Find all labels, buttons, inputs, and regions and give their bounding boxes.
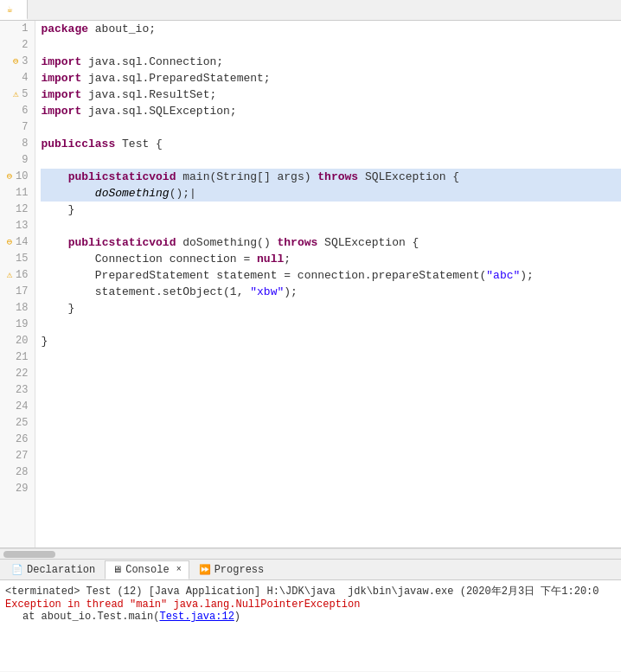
code-container: 12⊖34⚠56789⊖10111213⊖1415⚠16171819202122… bbox=[0, 21, 621, 547]
code-line: statement.setObject(1, "xbw"); bbox=[41, 284, 621, 300]
code-line bbox=[41, 481, 621, 497]
scroll-thumb[interactable] bbox=[3, 551, 55, 558]
bottom-tab-bar: 📄Declaration🖥Console×⏩Progress bbox=[0, 560, 621, 580]
line-number-19: 19 bbox=[3, 317, 31, 333]
line-number-20: 20 bbox=[3, 333, 31, 349]
line-number-6: 6 bbox=[3, 103, 31, 119]
bottom-tab-console[interactable]: 🖥Console× bbox=[105, 560, 189, 579]
tab-test-java[interactable]: ☕ bbox=[0, 0, 28, 20]
code-line bbox=[41, 432, 621, 448]
progress-tab-label: Progress bbox=[214, 564, 265, 576]
code-line: public class Test { bbox=[41, 136, 621, 152]
code-line: import java.sql.ResultSet; bbox=[41, 86, 621, 103]
line-number-5: ⚠5 bbox=[3, 86, 31, 103]
line-number-22: 22 bbox=[3, 366, 31, 382]
code-line bbox=[41, 218, 621, 234]
code-line: } bbox=[41, 300, 621, 317]
code-line bbox=[41, 415, 621, 432]
line-number-18: 18 bbox=[3, 300, 31, 317]
bottom-tab-progress[interactable]: ⏩Progress bbox=[191, 560, 272, 579]
line-number-27: 27 bbox=[3, 448, 31, 464]
code-line: import java.sql.Connection; bbox=[41, 54, 621, 70]
code-line bbox=[41, 37, 621, 54]
code-lines[interactable]: package about_io; import java.sql.Connec… bbox=[35, 21, 621, 547]
line-number-9: 9 bbox=[3, 152, 31, 169]
terminated-line: <terminated> Test (12) [Java Application… bbox=[5, 584, 616, 598]
line-number-15: 15 bbox=[3, 251, 31, 267]
declaration-tab-label: Declaration bbox=[27, 564, 95, 576]
horizontal-scrollbar[interactable] bbox=[0, 548, 621, 559]
code-line bbox=[41, 317, 621, 333]
code-line bbox=[41, 399, 621, 415]
line-numbers: 12⊖34⚠56789⊖10111213⊖1415⚠16171819202122… bbox=[0, 21, 35, 547]
line-number-26: 26 bbox=[3, 432, 31, 448]
code-line: } bbox=[41, 202, 621, 218]
line-number-10: ⊖10 bbox=[3, 169, 31, 185]
line-number-29: 29 bbox=[3, 481, 31, 497]
stacktrace-suffix: ) bbox=[234, 611, 240, 623]
bottom-panel: 📄Declaration🖥Console×⏩Progress <terminat… bbox=[0, 559, 621, 671]
code-line bbox=[41, 382, 621, 399]
bottom-content: <terminated> Test (12) [Java Application… bbox=[0, 580, 621, 671]
code-line bbox=[41, 448, 621, 464]
tab-icon: ☕ bbox=[7, 3, 13, 15]
code-line: Connection connection = null; bbox=[41, 251, 621, 267]
error-line: Exception in thread "main" java.lang.Nul… bbox=[5, 598, 616, 611]
line-number-16: ⚠16 bbox=[3, 267, 31, 284]
code-line: PreparedStatement statement = connection… bbox=[41, 267, 621, 284]
console-tab-close[interactable]: × bbox=[176, 565, 182, 574]
code-line bbox=[41, 152, 621, 169]
line-number-11: 11 bbox=[3, 185, 31, 202]
line-number-3: ⊖3 bbox=[3, 54, 31, 70]
line-number-23: 23 bbox=[3, 382, 31, 399]
line-number-14: ⊖14 bbox=[3, 234, 31, 251]
stacktrace-link[interactable]: Test.java:12 bbox=[159, 611, 234, 623]
line-number-25: 25 bbox=[3, 415, 31, 432]
code-line: doSomething();| bbox=[41, 185, 621, 202]
line-number-24: 24 bbox=[3, 399, 31, 415]
code-line: public static void main(String[] args) t… bbox=[41, 169, 621, 185]
line-number-8: 8 bbox=[3, 136, 31, 152]
bottom-tab-declaration[interactable]: 📄Declaration bbox=[3, 560, 103, 579]
code-line: } bbox=[41, 333, 621, 349]
code-line: import java.sql.SQLException; bbox=[41, 103, 621, 119]
code-line bbox=[41, 119, 621, 136]
code-line bbox=[41, 366, 621, 382]
line-number-7: 7 bbox=[3, 119, 31, 136]
code-line: package about_io; bbox=[41, 21, 621, 37]
code-line bbox=[41, 464, 621, 481]
line-number-1: 1 bbox=[3, 21, 31, 37]
progress-tab-icon: ⏩ bbox=[199, 564, 211, 575]
console-tab-label: Console bbox=[125, 564, 169, 576]
tab-bar: ☕ bbox=[0, 0, 621, 21]
stacktrace-line: at about_io.Test.main(Test.java:12) bbox=[5, 611, 616, 623]
code-line: import java.sql.PreparedStatement; bbox=[41, 70, 621, 86]
line-number-4: 4 bbox=[3, 70, 31, 86]
declaration-tab-icon: 📄 bbox=[11, 564, 23, 575]
stacktrace-prefix: at about_io.Test.main( bbox=[22, 611, 159, 623]
line-number-28: 28 bbox=[3, 464, 31, 481]
code-line: public static void doSomething() throws … bbox=[41, 234, 621, 251]
line-number-21: 21 bbox=[3, 349, 31, 366]
editor-area[interactable]: 12⊖34⚠56789⊖10111213⊖1415⚠16171819202122… bbox=[0, 21, 621, 548]
line-number-12: 12 bbox=[3, 202, 31, 218]
code-line bbox=[41, 349, 621, 366]
line-number-2: 2 bbox=[3, 37, 31, 54]
console-tab-icon: 🖥 bbox=[112, 564, 122, 575]
line-number-17: 17 bbox=[3, 284, 31, 300]
line-number-13: 13 bbox=[3, 218, 31, 234]
